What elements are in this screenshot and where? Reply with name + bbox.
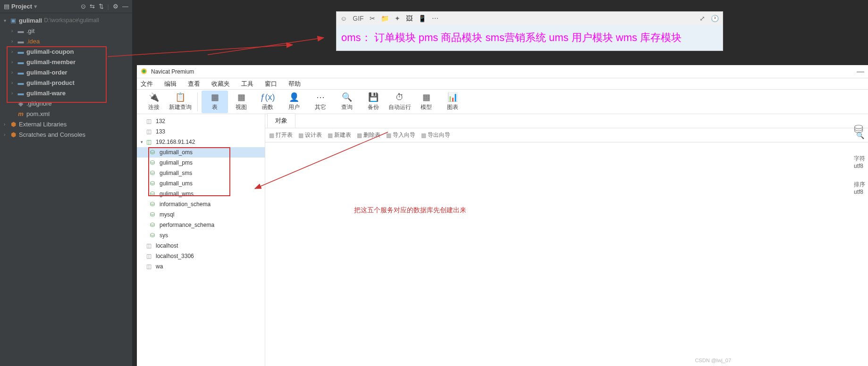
chevron-right-icon[interactable]: › <box>11 80 17 85</box>
database-gulimall_ums[interactable]: ⛁ gulimall_ums <box>137 178 265 189</box>
image-icon[interactable]: 🖼 <box>406 15 413 22</box>
tool-新建查询[interactable]: 📋 新建查询 <box>167 91 194 113</box>
tree-node-gulimall-order[interactable]: › ▬ gulimall-order <box>0 67 132 77</box>
chevron-right-icon[interactable]: › <box>11 39 17 44</box>
tool-label: 视图 <box>236 103 247 111</box>
tree-node-gulimall-coupon[interactable]: › ▬ gulimall-coupon <box>0 46 132 57</box>
database-mysql[interactable]: ⛁ mysql <box>137 209 265 220</box>
menu-收藏夹[interactable]: 收藏夹 <box>211 80 230 88</box>
connection-192.168.91.142[interactable]: ▾ ◫ 192.168.91.142 <box>137 137 265 147</box>
tree-node-.idea[interactable]: › ▬ .idea <box>0 36 132 46</box>
gear-icon[interactable]: ⚙ <box>113 3 118 10</box>
tool-图表[interactable]: 📊 图表 <box>439 91 466 113</box>
chevron-icon[interactable]: ▾ <box>141 140 146 144</box>
chevron-right-icon[interactable]: › <box>11 28 17 33</box>
expand-icon[interactable]: ⤢ <box>699 15 705 22</box>
emoji-icon[interactable]: ☺ <box>340 15 347 22</box>
content-area <box>265 142 868 366</box>
tool-连接[interactable]: 🔌 连接 <box>141 91 167 113</box>
menu-帮助[interactable]: 帮助 <box>288 80 301 88</box>
target-icon[interactable]: ⊙ <box>81 3 86 10</box>
chevron-right-icon[interactable]: › <box>4 122 9 127</box>
chevron-down-icon[interactable]: ▾ <box>4 18 9 23</box>
subtool-设计表[interactable]: ▦ 设计表 <box>298 131 322 139</box>
subtool-导出向导[interactable]: ▦ 导出向导 <box>421 131 450 139</box>
history-icon[interactable]: 🕐 <box>711 15 719 22</box>
menu-窗口[interactable]: 窗口 <box>265 80 277 88</box>
separator <box>197 92 198 111</box>
node-label: gulimall-ware <box>26 90 66 97</box>
menu-编辑[interactable]: 编辑 <box>164 80 177 88</box>
tool-icon: 📋 <box>175 92 185 102</box>
database-gulimall_pms[interactable]: ⛁ gulimall_pms <box>137 158 265 168</box>
node-label: gulimall-coupon <box>26 48 74 55</box>
menu-文件[interactable]: 文件 <box>141 80 153 88</box>
subtool-删除表[interactable]: ▦ 删除表 <box>357 131 380 139</box>
connection-132[interactable]: ◫ 132 <box>137 116 265 126</box>
tool-用户[interactable]: 👤 用户 <box>281 91 307 113</box>
phone-icon[interactable]: 📱 <box>418 15 426 22</box>
svg-line-4 <box>208 38 324 55</box>
chevron-right-icon[interactable]: › <box>4 132 9 137</box>
database-icon: ⛁ <box>150 170 158 176</box>
chevron-right-icon[interactable]: › <box>11 91 17 96</box>
tree-node-gulimall-ware[interactable]: › ▬ gulimall-ware <box>0 88 132 98</box>
connection-tree: ◫ 132 ◫ 133 ▾ ◫ 192.168.91.142 ⛁ gulimal… <box>137 114 265 366</box>
menu-查看[interactable]: 查看 <box>188 80 200 88</box>
tool-其它[interactable]: ⋯ 其它 <box>307 91 334 113</box>
tool-函数[interactable]: ƒ(x) 函数 <box>254 91 281 113</box>
chevron-right-icon[interactable]: › <box>11 70 17 75</box>
subtool-新建表[interactable]: ▦ 新建表 <box>328 131 351 139</box>
object-toolbar: ▦ 打开表▦ 设计表▦ 新建表▦ 删除表▦ 导入向导▦ 导出向导 🔍 <box>265 128 868 142</box>
tree-node-scratches-and-consoles[interactable]: › ⬢ Scratches and Consoles <box>0 129 132 140</box>
database-sys[interactable]: ⛁ sys <box>137 230 265 241</box>
chevron-right-icon[interactable]: › <box>11 49 17 54</box>
connection-icon: ◫ <box>146 139 154 145</box>
tool-icon: 📊 <box>447 92 458 102</box>
connection-wa[interactable]: ◫ wa <box>137 261 265 272</box>
subtool-导入向导[interactable]: ▦ 导入向导 <box>386 131 415 139</box>
connection-localhost[interactable]: ◫ localhost <box>137 241 265 251</box>
tool-表[interactable]: ▦ 表 <box>202 91 228 113</box>
watermark: CSDN @lwj_07 <box>695 358 731 363</box>
project-title: Project <box>11 3 32 10</box>
tool-label: 新建查询 <box>169 103 192 111</box>
database-gulimall_oms[interactable]: ⛁ gulimall_oms <box>137 147 265 158</box>
folder-icon: ▬ <box>17 48 25 55</box>
tree-node-gulimall-member[interactable]: › ▬ gulimall-member <box>0 57 132 67</box>
database-gulimall_wms[interactable]: ⛁ gulimall_wms <box>137 189 265 199</box>
tree-node-.gitignore[interactable]: ◈ .gitignore <box>0 98 132 108</box>
connection-localhost_3306[interactable]: ◫ localhost_3306 <box>137 251 265 261</box>
chevron-right-icon[interactable]: › <box>11 59 17 65</box>
tool-模型[interactable]: ▦ 模型 <box>413 91 439 113</box>
tool-备份[interactable]: 💾 备份 <box>360 91 387 113</box>
minimize-icon[interactable]: — <box>122 3 128 10</box>
star-icon[interactable]: ✦ <box>395 15 400 22</box>
collapse-icon[interactable]: ⇆ <box>90 3 95 10</box>
tree-node-external-libraries[interactable]: › ⬢ External Libraries <box>0 119 132 129</box>
tool-icon: ⏱ <box>396 92 404 102</box>
database-gulimall_sms[interactable]: ⛁ gulimall_sms <box>137 168 265 178</box>
folder-icon[interactable]: 📁 <box>381 15 389 22</box>
tree-node-gulimall-product[interactable]: › ▬ gulimall-product <box>0 77 132 88</box>
database-icon: ⛁ <box>150 191 158 197</box>
database-performance_schema[interactable]: ⛁ performance_schema <box>137 220 265 230</box>
dropdown-icon[interactable]: ▾ <box>34 3 37 10</box>
cut-icon[interactable]: ✂ <box>370 15 375 22</box>
tool-视图[interactable]: ▦ 视图 <box>228 91 254 113</box>
tree-node-.git[interactable]: › ▬ .git <box>0 25 132 36</box>
tool-查询[interactable]: 🔍 查询 <box>334 91 360 113</box>
tree-node-pom.xml[interactable]: m pom.xml <box>0 108 132 119</box>
gif-icon[interactable]: GIF <box>353 15 363 22</box>
database-information_schema[interactable]: ⛁ information_schema <box>137 199 265 209</box>
note-toolbar: ☺ GIF ✂ 📁 ✦ 🖼 📱 ⋯ ⤢ 🕐 <box>337 12 723 25</box>
subtool-打开表[interactable]: ▦ 打开表 <box>269 131 293 139</box>
project-root[interactable]: ▾ ▣ gulimall D:\workspace\gulimall <box>0 15 132 25</box>
more-icon[interactable]: ⋯ <box>432 15 438 22</box>
minimize-icon[interactable]: — <box>857 67 864 76</box>
menu-工具[interactable]: 工具 <box>241 80 253 88</box>
connection-133[interactable]: ◫ 133 <box>137 126 265 137</box>
expand-icon[interactable]: ⇅ <box>99 3 104 10</box>
tool-自动运行[interactable]: ⏱ 自动运行 <box>387 91 413 113</box>
tab-objects[interactable]: 对象 <box>267 113 295 128</box>
